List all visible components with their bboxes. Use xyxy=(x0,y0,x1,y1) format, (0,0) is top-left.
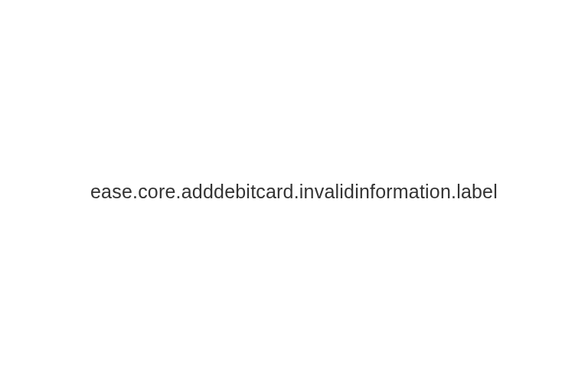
missing-localization-key-label: ease.core.adddebitcard.invalidinformatio… xyxy=(90,181,498,203)
